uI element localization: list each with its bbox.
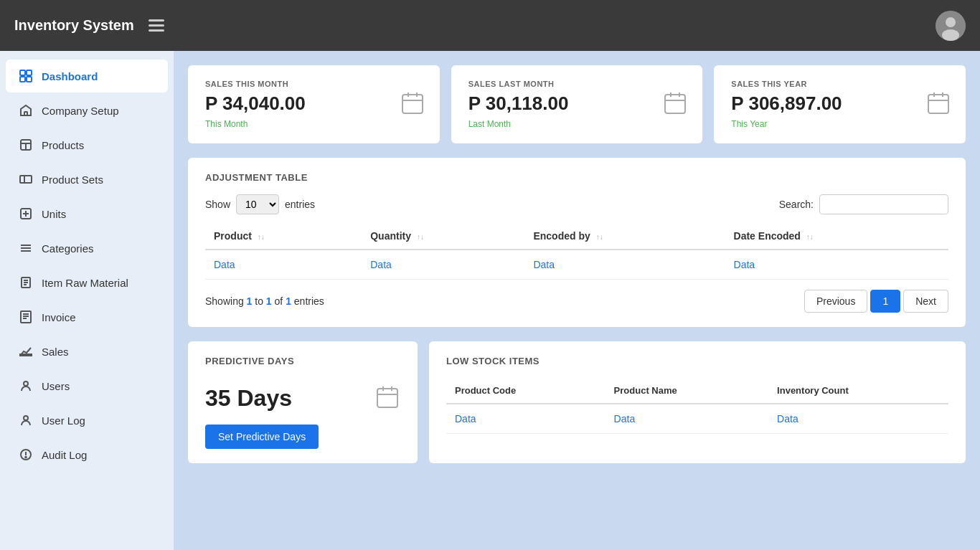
search-input[interactable] <box>819 194 948 214</box>
adjustment-table: Product ↑↓ Quantity ↑↓ Encoded by ↑↓ Dat… <box>205 223 948 280</box>
next-button[interactable]: Next <box>903 290 948 313</box>
sidebar-item-item-raw-material[interactable]: Item Raw Material <box>6 266 168 299</box>
topnav: Inventory System <box>0 0 980 51</box>
low-stock-table: Product Code Product Name Inventory Coun… <box>446 378 948 434</box>
stat-value-this-year: P 306,897.00 <box>731 93 948 115</box>
company-icon <box>19 103 33 118</box>
sidebar-item-product-sets[interactable]: Product Sets <box>6 163 168 196</box>
set-predictive-days-button[interactable]: Set Predictive Days <box>205 425 319 449</box>
col-product-code: Product Code <box>446 378 606 404</box>
svg-rect-33 <box>402 95 423 113</box>
sidebar-item-user-log[interactable]: User Log <box>6 404 168 437</box>
stat-card-last-month: SALES LAST MONTH P 30,118.00 Last Month <box>451 65 703 143</box>
low-stock-title: LOW STOCK ITEMS <box>446 356 948 366</box>
showing-to: 1 <box>266 295 272 307</box>
page-1-button[interactable]: 1 <box>870 290 900 313</box>
svg-rect-6 <box>27 77 32 82</box>
stat-value-this-month: P 34,040.00 <box>205 93 423 115</box>
stat-value-last-month: P 30,118.00 <box>468 93 686 115</box>
table-footer: Showing 1 to 1 of 1 entries Previous 1 N… <box>205 290 948 313</box>
showing-total: 1 <box>286 295 291 307</box>
sidebar-item-categories[interactable]: Categories <box>6 232 168 265</box>
col-date-encoded[interactable]: Date Encoded ↑↓ <box>725 223 948 250</box>
table-controls: Show 10 25 50 100 entries Search: <box>205 194 948 214</box>
sidebar-item-users[interactable]: Users <box>6 369 168 402</box>
sort-icon-product: ↑↓ <box>258 233 265 241</box>
cell-quantity: Data <box>362 250 524 280</box>
col-encoded-by[interactable]: Encoded by ↑↓ <box>524 223 725 250</box>
col-inventory-count: Inventory Count <box>768 378 948 404</box>
stat-label-last-month: SALES LAST MONTH <box>468 80 686 88</box>
sort-icon-encoded-by: ↑↓ <box>596 233 603 241</box>
sidebar-item-invoice[interactable]: Invoice <box>6 300 168 333</box>
list-item: Data Data Data <box>446 404 948 434</box>
stat-sub-this-month: This Month <box>205 119 423 129</box>
pagination: Previous 1 Next <box>804 290 948 313</box>
svg-rect-3 <box>20 70 25 75</box>
topnav-left: Inventory System <box>14 17 164 34</box>
svg-rect-41 <box>928 95 948 113</box>
sidebar-item-audit-log[interactable]: Audit Log <box>6 438 168 471</box>
audit-log-icon <box>19 447 33 462</box>
cell-count: Data <box>768 404 948 434</box>
app-title: Inventory System <box>14 17 134 34</box>
sidebar-item-dashboard[interactable]: Dashboard <box>6 60 168 93</box>
hamburger-icon[interactable] <box>149 19 164 32</box>
col-product[interactable]: Product ↑↓ <box>205 223 362 250</box>
calendar-icon-this-month <box>400 90 425 119</box>
predictive-card: PREDICTIVE DAYS 35 Days Set Predictive D… <box>188 341 418 463</box>
sidebar-item-sales[interactable]: Sales <box>6 335 168 368</box>
predictive-days-value: 35 Days <box>205 385 292 412</box>
predictive-title: PREDICTIVE DAYS <box>205 356 400 366</box>
content-area: SALES THIS MONTH P 34,040.00 This Month … <box>174 51 980 550</box>
svg-rect-12 <box>24 176 32 183</box>
sidebar-item-units[interactable]: Units <box>6 197 168 230</box>
users-icon <box>19 379 33 393</box>
table-row: Data Data Data Data <box>205 250 948 280</box>
raw-material-icon <box>19 275 33 290</box>
sidebar-label-users: Users <box>42 380 70 392</box>
svg-rect-45 <box>377 389 397 407</box>
stat-sub-this-year: This Year <box>731 119 948 129</box>
showing-text: Showing 1 to 1 of 1 entries <box>205 295 324 307</box>
avatar[interactable] <box>936 11 966 41</box>
sales-icon <box>19 344 33 359</box>
stat-card-this-year: SALES THIS YEAR P 306,897.00 This Year <box>714 65 966 143</box>
sidebar-label-units: Units <box>42 208 66 220</box>
stat-sub-last-month: Last Month <box>468 119 686 129</box>
low-stock-card: LOW STOCK ITEMS Product Code Product Nam… <box>429 341 966 463</box>
cell-name: Data <box>606 404 769 434</box>
cell-encoded-by: Data <box>524 250 725 280</box>
product-sets-icon <box>19 172 33 186</box>
stat-card-this-month: SALES THIS MONTH P 34,040.00 This Month <box>188 65 440 143</box>
bottom-row: PREDICTIVE DAYS 35 Days Set Predictive D… <box>188 341 966 463</box>
products-icon <box>19 138 33 152</box>
sidebar-label-invoice: Invoice <box>42 311 76 323</box>
sidebar-label-categories: Categories <box>42 242 94 255</box>
svg-rect-5 <box>20 77 25 82</box>
sort-icon-quantity: ↑↓ <box>417 233 424 241</box>
sidebar-label-sales: Sales <box>42 346 69 358</box>
entries-select[interactable]: 10 25 50 100 <box>236 194 279 214</box>
svg-rect-4 <box>27 70 32 75</box>
svg-point-29 <box>24 416 28 420</box>
col-quantity[interactable]: Quantity ↑↓ <box>362 223 524 250</box>
units-icon <box>19 207 33 221</box>
prev-button[interactable]: Previous <box>804 290 867 313</box>
sidebar-item-products[interactable]: Products <box>6 128 168 161</box>
sidebar-item-company-setup[interactable]: Company Setup <box>6 94 168 127</box>
cell-code: Data <box>446 404 606 434</box>
stat-label-this-month: SALES THIS MONTH <box>205 80 423 88</box>
adjustment-table-section: ADJUSTMENT TABLE Show 10 25 50 100 entri… <box>188 158 966 327</box>
show-entries-control: Show 10 25 50 100 entries <box>205 194 315 214</box>
showing-from: 1 <box>247 295 253 307</box>
sidebar: Dashboard Company Setup Products <box>0 51 174 550</box>
invoice-icon <box>19 310 33 324</box>
svg-rect-7 <box>24 112 27 115</box>
svg-rect-37 <box>665 95 685 113</box>
cell-product: Data <box>205 250 362 280</box>
svg-point-28 <box>24 381 28 386</box>
search-label: Search: <box>779 199 814 210</box>
show-label: Show <box>205 199 230 210</box>
sort-icon-date-encoded: ↑↓ <box>806 233 814 241</box>
